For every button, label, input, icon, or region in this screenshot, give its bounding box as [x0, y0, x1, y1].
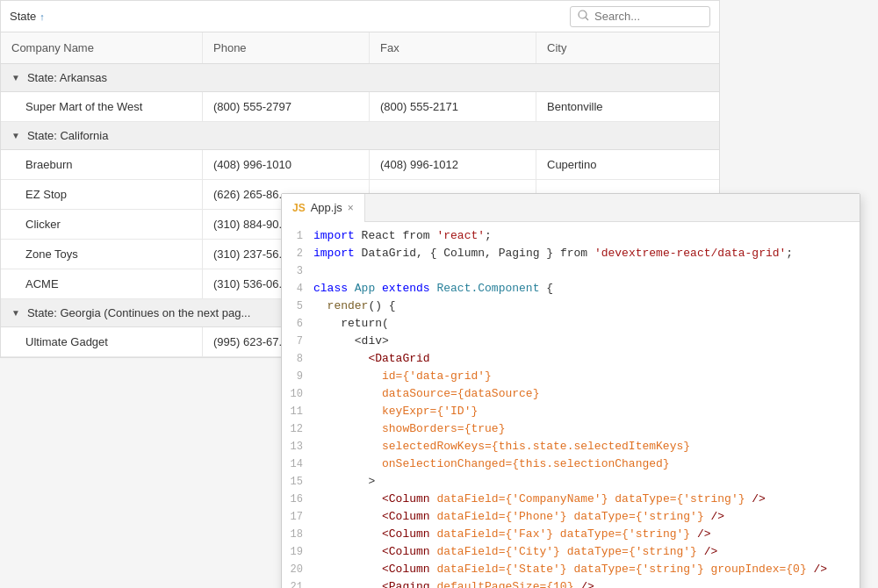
cell-city: Cupertino [536, 150, 712, 179]
line-number: 13 [282, 438, 313, 455]
line-code: dataSource={dataSource} [313, 385, 539, 403]
header-city[interactable]: City [536, 32, 712, 63]
code-line: 18 <Column dataField={'Fax'} dataType={'… [282, 526, 860, 543]
line-number: 5 [282, 298, 313, 315]
code-line: 9 id={'data-grid'} [282, 368, 860, 385]
tab-label: App.js [311, 201, 342, 214]
line-code: id={'data-grid'} [313, 368, 492, 385]
line-number: 8 [282, 350, 313, 368]
code-line: 14 onSelectionChanged={this.selectionCha… [282, 455, 860, 473]
line-number: 21 [282, 578, 313, 588]
cell-city: Bentonville [536, 92, 712, 121]
sort-label: State [10, 10, 36, 23]
code-line: 2import DataGrid, { Column, Paging } fro… [282, 245, 860, 262]
line-code: <Column dataField={'Phone'} dataType={'s… [313, 508, 724, 526]
group-label-georgia: State: Georgia (Continues on the next pa… [27, 306, 250, 319]
cell-fax: (408) 996-1012 [370, 150, 536, 179]
line-code: <Paging defaultPageSize={10} /> [313, 578, 594, 588]
grid-header: Company Name Phone Fax City [1, 32, 719, 64]
line-code: onSelectionChanged={this.selectionChange… [313, 455, 670, 473]
sort-indicator[interactable]: State ↑ [10, 10, 45, 23]
line-number: 3 [282, 262, 313, 280]
tab-close-button[interactable]: × [348, 203, 354, 213]
line-code: <DataGrid [313, 350, 430, 368]
cell-company: ACME [1, 269, 203, 298]
grid-toolbar: State ↑ [1, 1, 719, 32]
line-code: return( [313, 315, 389, 333]
code-line: 6 return( [282, 315, 860, 333]
group-row-california[interactable]: ▼ State: California [1, 122, 719, 150]
cell-company: Ultimate Gadget [1, 327, 203, 356]
group-row-arkansas[interactable]: ▼ State: Arkansas [1, 64, 719, 92]
line-number: 10 [282, 385, 313, 403]
code-line: 16 <Column dataField={'CompanyName'} dat… [282, 491, 860, 508]
code-line: 5 render() { [282, 298, 860, 315]
line-number: 9 [282, 368, 313, 385]
line-code: class App extends React.Component { [313, 280, 553, 298]
js-file-icon: JS [292, 202, 306, 214]
cell-phone: (408) 996-1010 [203, 150, 370, 179]
code-line: 7 <div> [282, 333, 860, 350]
line-code: > [313, 473, 375, 491]
code-line: 13 selectedRowKeys={this.state.selectedI… [282, 438, 860, 455]
group-chevron-icon[interactable]: ▼ [11, 73, 20, 82]
code-line: 12 showBorders={true} [282, 420, 860, 438]
cell-phone: (800) 555-2797 [203, 92, 370, 121]
group-label-california: State: California [27, 129, 109, 142]
code-line: 11 keyExpr={'ID'} [282, 403, 860, 420]
line-code: render() { [313, 298, 396, 315]
code-line: 20 <Column dataField={'State'} dataType=… [282, 561, 860, 578]
search-input[interactable] [594, 10, 700, 23]
line-code: showBorders={true} [313, 420, 505, 438]
group-label-arkansas: State: Arkansas [27, 71, 107, 84]
line-number: 17 [282, 508, 313, 526]
code-line: 1import React from 'react'; [282, 227, 860, 245]
header-phone[interactable]: Phone [203, 32, 370, 63]
cell-company: Clicker [1, 210, 203, 239]
line-code: import React from 'react'; [313, 227, 492, 245]
code-line: 4class App extends React.Component { [282, 280, 860, 298]
line-code: <Column dataField={'CompanyName'} dataTy… [313, 491, 766, 508]
svg-line-1 [586, 18, 588, 20]
line-number: 18 [282, 526, 313, 543]
code-line: 8 <DataGrid [282, 350, 860, 368]
code-line: 19 <Column dataField={'City'} dataType={… [282, 543, 860, 561]
code-content: 1import React from 'react';2import DataG… [282, 222, 860, 588]
code-tab-appjs[interactable]: JS App.js × [282, 194, 365, 222]
line-number: 16 [282, 491, 313, 508]
code-tab-bar: JS App.js × [282, 194, 860, 222]
sort-arrow-icon: ↑ [40, 11, 45, 22]
line-number: 7 [282, 333, 313, 350]
cell-fax: (800) 555-2171 [370, 92, 536, 121]
line-number: 1 [282, 227, 313, 245]
line-number: 12 [282, 420, 313, 438]
group-chevron-icon[interactable]: ▼ [11, 308, 20, 318]
line-code: <Column dataField={'City'} dataType={'st… [313, 543, 717, 561]
search-box[interactable] [570, 6, 710, 27]
cell-company: EZ Stop [1, 180, 203, 209]
code-line: 10 dataSource={dataSource} [282, 385, 860, 403]
line-code: keyExpr={'ID'} [313, 403, 478, 420]
cell-company: Braeburn [1, 150, 203, 179]
code-line: 17 <Column dataField={'Phone'} dataType=… [282, 508, 860, 526]
line-number: 20 [282, 561, 313, 578]
header-fax[interactable]: Fax [370, 32, 536, 63]
line-number: 19 [282, 543, 313, 561]
search-icon [578, 10, 589, 24]
line-number: 4 [282, 280, 313, 298]
line-number: 2 [282, 245, 313, 262]
line-code: <Column dataField={'Fax'} dataType={'str… [313, 526, 711, 543]
group-chevron-icon[interactable]: ▼ [11, 131, 20, 140]
cell-company: Zone Toys [1, 240, 203, 269]
line-number: 11 [282, 403, 313, 420]
line-code: <Column dataField={'State'} dataType={'s… [313, 561, 827, 578]
header-company-name[interactable]: Company Name [1, 32, 203, 63]
code-line: 15 > [282, 473, 860, 491]
line-code: selectedRowKeys={this.state.selectedItem… [313, 438, 690, 455]
cell-company: Super Mart of the West [1, 92, 203, 121]
line-code: import DataGrid, { Column, Paging } from… [313, 245, 793, 262]
svg-point-0 [579, 11, 587, 18]
table-row: Braeburn (408) 996-1010 (408) 996-1012 C… [1, 150, 719, 180]
table-row: Super Mart of the West (800) 555-2797 (8… [1, 92, 719, 122]
code-panel: JS App.js × 1import React from 'react';2… [281, 193, 860, 588]
